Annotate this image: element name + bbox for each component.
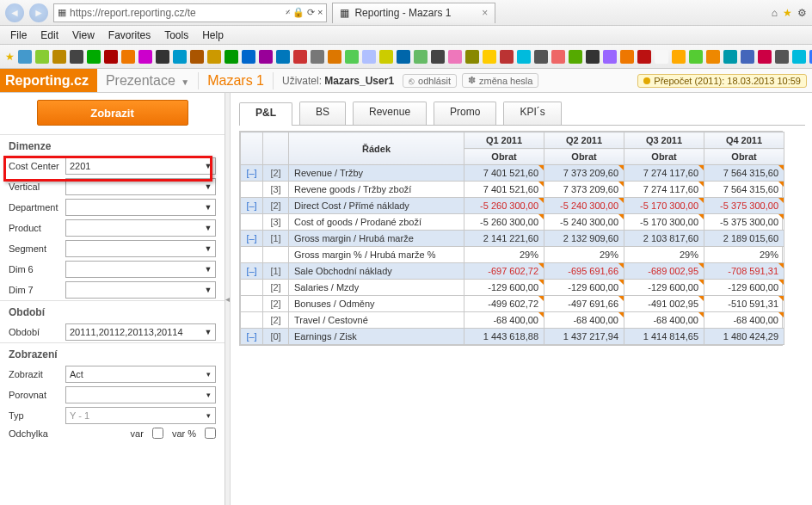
view-select[interactable]: Y - 1▾: [65, 407, 216, 424]
bookmark-item[interactable]: [18, 50, 32, 64]
bookmark-item[interactable]: [775, 50, 789, 64]
tab-bs[interactable]: BS: [299, 102, 346, 125]
value-cell[interactable]: 29%: [464, 247, 544, 263]
value-cell[interactable]: 7 373 209,60: [544, 165, 624, 182]
bookmark-item[interactable]: [534, 50, 548, 64]
nav-forward-button[interactable]: ►: [29, 3, 48, 22]
tab-pl[interactable]: P&L: [239, 102, 292, 126]
tab-promo[interactable]: Promo: [434, 102, 496, 125]
expand-toggle[interactable]: [–]: [241, 198, 263, 214]
bookmark-item[interactable]: [276, 50, 290, 64]
note-indicator-icon[interactable]: [618, 182, 624, 187]
value-cell[interactable]: 29%: [624, 247, 704, 263]
note-indicator-icon[interactable]: [698, 198, 704, 203]
bookmark-item[interactable]: [483, 50, 496, 64]
note-indicator-icon[interactable]: [618, 263, 624, 268]
value-cell[interactable]: 2 103 817,60: [624, 231, 704, 247]
menu-edit[interactable]: Edit: [40, 29, 58, 41]
bookmark-item[interactable]: [397, 50, 410, 64]
bookmark-item[interactable]: [448, 50, 462, 64]
note-indicator-icon[interactable]: [698, 165, 704, 170]
tools-icon[interactable]: ⚙: [797, 7, 807, 19]
bookmark-item[interactable]: [741, 50, 754, 64]
bookmark-item[interactable]: [723, 50, 737, 64]
bookmark-item[interactable]: [207, 50, 221, 64]
expand-toggle[interactable]: [–]: [241, 329, 263, 345]
dim-select[interactable]: 2201▼: [65, 157, 216, 175]
address-bar[interactable]: ▦ https://report.reporting.cz/te 𝄎 🔒 ⟳ ×: [53, 3, 327, 22]
bookmark-item[interactable]: [431, 50, 445, 64]
bookmark-item[interactable]: [465, 50, 479, 64]
dim-select[interactable]: ▼: [65, 240, 216, 257]
row-name[interactable]: Travel / Cestovné: [289, 312, 464, 329]
note-indicator-icon[interactable]: [778, 182, 784, 187]
value-cell[interactable]: -5 170 300,00: [624, 214, 704, 231]
note-indicator-icon[interactable]: [538, 165, 544, 170]
dim-select[interactable]: ▼: [65, 199, 216, 216]
note-indicator-icon[interactable]: [538, 214, 544, 219]
bookmark-item[interactable]: [637, 50, 651, 64]
var-checkbox[interactable]: [152, 428, 163, 439]
note-indicator-icon[interactable]: [778, 312, 784, 317]
prezentace-menu[interactable]: Prezentace ▼: [97, 73, 198, 89]
note-indicator-icon[interactable]: [538, 263, 544, 268]
note-indicator-icon[interactable]: [618, 165, 624, 170]
value-cell[interactable]: 7 274 117,60: [624, 182, 704, 198]
bookmark-item[interactable]: [379, 50, 393, 64]
bookmark-item[interactable]: [655, 50, 668, 64]
apply-button[interactable]: Zobrazit: [37, 100, 188, 126]
url-controls[interactable]: 𝄎 🔒 ⟳ ×: [286, 7, 323, 18]
value-cell[interactable]: -5 240 300,00: [544, 214, 624, 231]
value-cell[interactable]: -129 600,00: [624, 280, 704, 296]
value-cell[interactable]: -708 591,31: [704, 263, 784, 280]
note-indicator-icon[interactable]: [778, 165, 784, 170]
bookmark-item[interactable]: [87, 50, 101, 64]
bookmark-item[interactable]: [345, 50, 359, 64]
bookmark-item[interactable]: [500, 50, 514, 64]
col-header-q[interactable]: Q1 2011: [464, 132, 544, 149]
dim-select[interactable]: ▼: [65, 261, 216, 278]
menu-file[interactable]: File: [10, 29, 27, 41]
col-subheader[interactable]: Obrat: [704, 149, 784, 165]
period-select[interactable]: 20111,20112,20113,20114 ▼: [65, 323, 216, 341]
value-cell[interactable]: 2 189 015,60: [704, 231, 784, 247]
note-indicator-icon[interactable]: [618, 312, 624, 317]
app-logo[interactable]: Reporting.cz: [0, 69, 97, 92]
favorites-icon[interactable]: ★: [783, 7, 792, 19]
col-header-q[interactable]: Q4 2011: [704, 132, 784, 149]
row-name[interactable]: Bonuses / Odměny: [289, 296, 464, 312]
bookmark-item[interactable]: [35, 50, 49, 64]
value-cell[interactable]: 7 401 521,60: [464, 182, 544, 198]
note-indicator-icon[interactable]: [698, 182, 704, 187]
dim-select[interactable]: ▼: [65, 281, 216, 299]
bookmark-item[interactable]: [225, 50, 238, 64]
note-indicator-icon[interactable]: [698, 263, 704, 268]
menu-view[interactable]: View: [72, 29, 95, 41]
value-cell[interactable]: -5 375 300,00: [704, 214, 784, 231]
value-cell[interactable]: -499 602,72: [464, 296, 544, 312]
col-subheader[interactable]: Obrat: [464, 149, 544, 165]
note-indicator-icon[interactable]: [538, 198, 544, 203]
bookmark-item[interactable]: [138, 50, 152, 64]
note-indicator-icon[interactable]: [538, 182, 544, 187]
bookmark-item[interactable]: [259, 50, 273, 64]
col-subheader[interactable]: Obrat: [544, 149, 624, 165]
bookmark-item[interactable]: [121, 50, 135, 64]
value-cell[interactable]: 1 414 814,65: [624, 329, 704, 345]
value-cell[interactable]: -695 691,66: [544, 263, 624, 280]
note-indicator-icon[interactable]: [778, 198, 784, 203]
expand-toggle[interactable]: [–]: [241, 231, 263, 247]
tab-close-icon[interactable]: ×: [482, 7, 488, 19]
value-cell[interactable]: -129 600,00: [704, 280, 784, 296]
bookmark-item[interactable]: [190, 50, 204, 64]
bookmark-item[interactable]: [156, 50, 169, 64]
bookmark-item[interactable]: [70, 50, 83, 64]
value-cell[interactable]: -5 170 300,00: [624, 198, 704, 214]
bookmark-item[interactable]: [758, 50, 772, 64]
value-cell[interactable]: 1 437 217,94: [544, 329, 624, 345]
note-indicator-icon[interactable]: [538, 312, 544, 317]
row-name[interactable]: Gross margin / Hrubá marže: [289, 231, 464, 247]
row-name[interactable]: Revene goods / Tržby zboží: [289, 182, 464, 198]
view-select[interactable]: ▾: [65, 386, 216, 403]
row-name[interactable]: Earnings / Zisk: [289, 329, 464, 345]
